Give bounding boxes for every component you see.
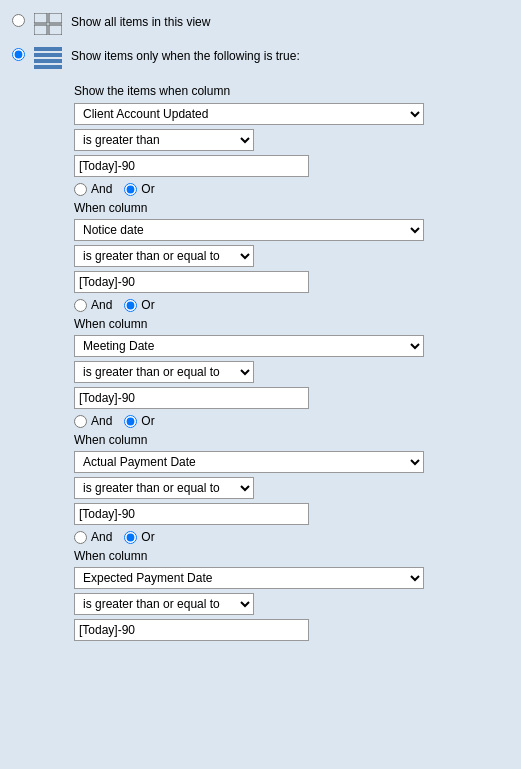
or-label-3[interactable]: Or: [124, 414, 154, 428]
connector-row-4: And Or: [74, 530, 509, 544]
svg-rect-5: [34, 53, 62, 57]
when-column-label-4: When column: [74, 433, 509, 447]
svg-rect-1: [49, 13, 62, 23]
column-select-1[interactable]: Client Account Updated: [74, 103, 424, 125]
column-select-4[interactable]: Actual Payment Date: [74, 451, 424, 473]
show-conditional-radio[interactable]: [12, 48, 25, 61]
and-radio-3[interactable]: [74, 415, 87, 428]
operator-select-2[interactable]: is greater than or equal to is greater t…: [74, 245, 254, 267]
or-radio-2[interactable]: [124, 299, 137, 312]
and-label-1[interactable]: And: [74, 182, 112, 196]
column-dropdown-row-2: Notice date: [74, 219, 509, 241]
svg-rect-0: [34, 13, 47, 23]
connector-row-2: And Or: [74, 298, 509, 312]
column-dropdown-row-3: Meeting Date: [74, 335, 509, 357]
grid-icon-conditional: [33, 46, 63, 70]
operator-select-3[interactable]: is greater than or equal to is greater t…: [74, 361, 254, 383]
svg-rect-6: [34, 59, 62, 63]
when-column-label-3: When column: [74, 317, 509, 331]
value-row-2: [74, 271, 509, 293]
condition-group-1: Client Account Updated is greater than i…: [74, 103, 509, 196]
operator-dropdown-row-5: is greater than or equal to is greater t…: [74, 593, 509, 615]
condition-group-5: When column Expected Payment Date is gre…: [74, 549, 509, 641]
svg-rect-7: [34, 65, 62, 69]
and-radio-4[interactable]: [74, 531, 87, 544]
show-all-option[interactable]: Show all items in this view: [12, 12, 509, 36]
show-all-radio[interactable]: [12, 14, 25, 27]
grid-icon-all: [33, 12, 63, 36]
value-row-3: [74, 387, 509, 409]
or-radio-1[interactable]: [124, 183, 137, 196]
and-label-3[interactable]: And: [74, 414, 112, 428]
operator-dropdown-row-3: is greater than or equal to is greater t…: [74, 361, 509, 383]
condition-group-4: When column Actual Payment Date is great…: [74, 433, 509, 544]
value-input-3[interactable]: [74, 387, 309, 409]
or-label-4[interactable]: Or: [124, 530, 154, 544]
show-all-label: Show all items in this view: [71, 12, 210, 31]
show-conditional-option[interactable]: Show items only when the following is tr…: [12, 46, 509, 70]
column-select-5[interactable]: Expected Payment Date: [74, 567, 424, 589]
value-row-4: [74, 503, 509, 525]
show-when-label: Show the items when column: [74, 84, 509, 98]
or-radio-4[interactable]: [124, 531, 137, 544]
and-radio-2[interactable]: [74, 299, 87, 312]
value-row-5: [74, 619, 509, 641]
when-column-label-5: When column: [74, 549, 509, 563]
operator-dropdown-row-1: is greater than is greater than or equal…: [74, 129, 509, 151]
or-label-2[interactable]: Or: [124, 298, 154, 312]
column-dropdown-row-5: Expected Payment Date: [74, 567, 509, 589]
svg-rect-4: [34, 47, 62, 51]
value-row-1: [74, 155, 509, 177]
condition-group-3: When column Meeting Date is greater than…: [74, 317, 509, 428]
when-column-label-2: When column: [74, 201, 509, 215]
operator-select-5[interactable]: is greater than or equal to is greater t…: [74, 593, 254, 615]
show-conditional-label: Show items only when the following is tr…: [71, 46, 300, 65]
operator-dropdown-row-2: is greater than or equal to is greater t…: [74, 245, 509, 267]
column-dropdown-row-1: Client Account Updated: [74, 103, 509, 125]
value-input-5[interactable]: [74, 619, 309, 641]
value-input-1[interactable]: [74, 155, 309, 177]
and-label-2[interactable]: And: [74, 298, 112, 312]
value-input-4[interactable]: [74, 503, 309, 525]
conditions-block: Show the items when column Client Accoun…: [12, 80, 509, 649]
value-input-2[interactable]: [74, 271, 309, 293]
operator-select-4[interactable]: is greater than or equal to is greater t…: [74, 477, 254, 499]
or-radio-3[interactable]: [124, 415, 137, 428]
or-label-1[interactable]: Or: [124, 182, 154, 196]
column-dropdown-row-4: Actual Payment Date: [74, 451, 509, 473]
and-label-4[interactable]: And: [74, 530, 112, 544]
and-radio-1[interactable]: [74, 183, 87, 196]
svg-rect-3: [49, 25, 62, 35]
connector-row-3: And Or: [74, 414, 509, 428]
column-select-3[interactable]: Meeting Date: [74, 335, 424, 357]
svg-rect-2: [34, 25, 47, 35]
column-select-2[interactable]: Notice date: [74, 219, 424, 241]
connector-row-1: And Or: [74, 182, 509, 196]
operator-select-1[interactable]: is greater than is greater than or equal…: [74, 129, 254, 151]
condition-group-2: When column Notice date is greater than …: [74, 201, 509, 312]
operator-dropdown-row-4: is greater than or equal to is greater t…: [74, 477, 509, 499]
